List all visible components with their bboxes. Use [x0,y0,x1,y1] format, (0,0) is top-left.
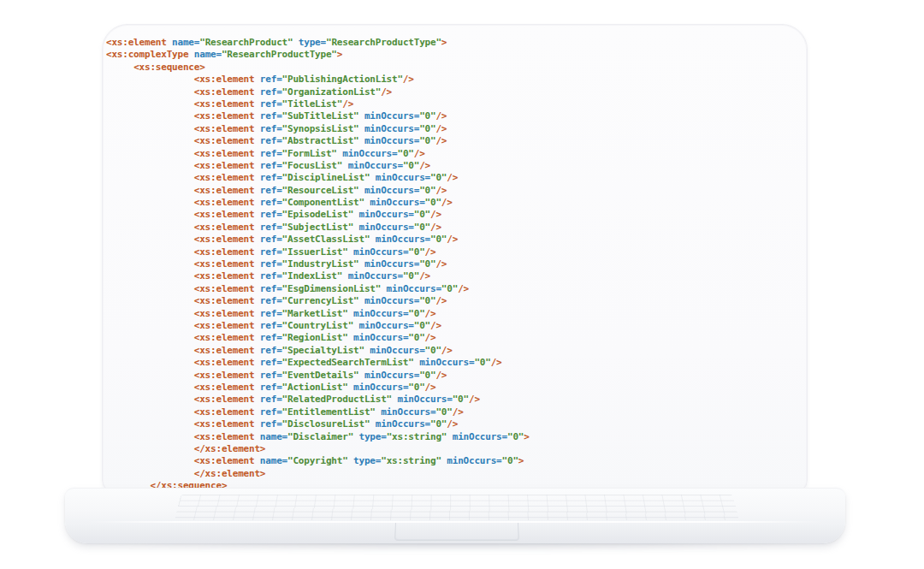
laptop-keyboard [175,495,739,520]
laptop-base [65,488,845,543]
code-line: </xs:element> [106,443,805,455]
code-line: <xs:element ref="RegionList" minOccurs="… [106,332,805,344]
code-line: <xs:element ref="EpisodeList" minOccurs=… [106,209,805,221]
code-line: <xs:element ref="AbstractList" minOccurs… [106,135,805,147]
code-line: <xs:element ref="ExpectedSearchTermList"… [106,357,805,369]
code-line: <xs:element ref="ResourceList" minOccurs… [106,185,805,197]
code-line: <xs:element ref="EventDetails" minOccurs… [106,370,805,382]
code-line: <xs:element ref="FocusList" minOccurs="0… [106,160,805,172]
laptop-screen: <xs:element name="ResearchProduct" type=… [102,24,808,494]
code-line: <xs:complexType name="ResearchProductTyp… [106,49,805,61]
code-line: <xs:element ref="CountryList" minOccurs=… [106,320,805,332]
code-line: <xs:element ref="DisclosureList" minOccu… [106,418,805,430]
code-line: <xs:element ref="PublishingActionList"/> [106,74,805,86]
code-line: <xs:element ref="DisciplineList" minOccu… [106,172,805,184]
code-line: <xs:element ref="OrganizationList"/> [106,86,805,98]
page-background: <xs:element name="ResearchProduct" type=… [0,0,924,569]
code-line: <xs:element ref="ComponentList" minOccur… [106,197,805,209]
code-line: <xs:element ref="EntitlementList" minOcc… [106,406,805,418]
code-line: <xs:element ref="ActionList" minOccurs="… [106,382,805,394]
code-line: <xs:element ref="SubTitleList" minOccurs… [106,110,805,122]
code-line: <xs:sequence> [106,62,805,74]
code-line: <xs:element ref="MarketList" minOccurs="… [106,308,805,320]
code-line: </xs:element> [106,468,805,480]
code-line: <xs:element ref="SubjectList" minOccurs=… [106,222,805,234]
laptop-trackpad [394,523,519,541]
code-line: <xs:element ref="AssetClassList" minOccu… [106,234,805,246]
code-line: <xs:element ref="SynopsisList" minOccurs… [106,123,805,135]
code-line: <xs:element ref="EsgDimensionList" minOc… [106,283,805,295]
code-line: <xs:element ref="FormList" minOccurs="0"… [106,148,805,160]
code-line: <xs:element ref="IndexList" minOccurs="0… [106,270,805,282]
code-line: <xs:element ref="CurrencyList" minOccurs… [106,295,805,307]
code-line: <xs:element ref="IndustryList" minOccurs… [106,258,805,270]
code-line: <xs:element ref="IssuerList" minOccurs="… [106,246,805,258]
code-line: <xs:element name="Disclaimer" type="xs:s… [106,431,805,443]
code-line: <xs:element name="ResearchProduct" type=… [106,37,805,49]
code-line: <xs:element ref="RelatedProductList" min… [106,394,805,406]
code-line: <xs:element ref="TitleList"/> [106,98,805,110]
code-line: <xs:element name="Copyright" type="xs:st… [106,455,805,467]
code-editor: <xs:element name="ResearchProduct" type=… [106,37,805,493]
code-line: <xs:element ref="SpecialtyList" minOccur… [106,345,805,357]
